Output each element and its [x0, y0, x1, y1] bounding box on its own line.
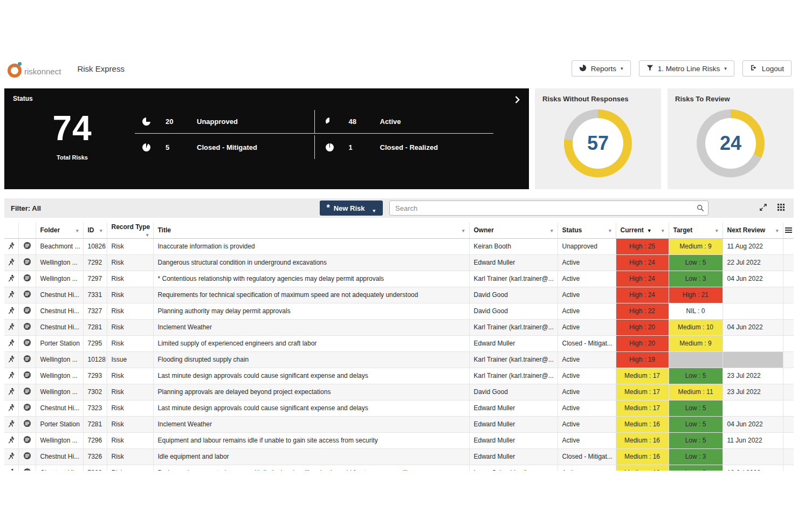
cell-current: Medium : 16 [616, 465, 669, 471]
table-row[interactable]: Beachmont ...10826RiskInaccurate informa… [4, 238, 794, 254]
donut-hole: 57 [573, 118, 623, 169]
table-row[interactable]: Chestnut Hi...7331RiskRequirements for t… [4, 287, 794, 303]
cell-next-review [723, 303, 783, 319]
status-breakdown-item[interactable]: 1Closed - Realized [314, 135, 494, 159]
chevron-down-icon: ▾ [776, 228, 779, 233]
row-menu-column [783, 287, 794, 303]
runner-icon[interactable] [4, 254, 18, 271]
new-risk-button[interactable]: * New Risk ▾ [320, 201, 383, 216]
notes-icon[interactable] [18, 368, 36, 384]
table-row[interactable]: Wellington ...7302RiskPlanning approvals… [4, 384, 794, 400]
table-row[interactable]: Wellington ...7292RiskDangerous structur… [4, 254, 794, 271]
cell-id: 7302 [83, 384, 107, 400]
search-input[interactable] [389, 201, 708, 216]
status-breakdown-item[interactable]: 5Closed - Mitigated [135, 135, 314, 159]
cell-current: High : 19 [616, 351, 669, 368]
runner-icon[interactable] [4, 319, 18, 335]
notes-icon[interactable] [18, 254, 36, 271]
notes-icon[interactable] [18, 465, 36, 471]
view-selector-button[interactable]: 1. Metro Line Risks ▾ [639, 60, 734, 77]
summary-panels: Status 74 Total Risks 20Unapproved48Acti… [4, 88, 794, 189]
filter-bar: Filter: All * New Risk ▾ [4, 198, 794, 218]
header-record-type[interactable]: Record Type▾ [107, 223, 153, 238]
chevron-down-icon: ▾ [621, 66, 623, 71]
table-row[interactable]: Wellington ...7297Risk* Contentious rela… [4, 271, 794, 287]
notes-icon[interactable] [18, 416, 36, 432]
runner-icon[interactable] [4, 287, 18, 303]
header-current[interactable]: Current▼▾ [616, 223, 669, 238]
risk-table-body: Beachmont ...10826RiskInaccurate informa… [4, 238, 794, 471]
header-folder[interactable]: Folder▾ [36, 223, 83, 238]
runner-icon[interactable] [4, 448, 18, 465]
runner-icon[interactable] [4, 238, 18, 254]
runner-icon[interactable] [4, 400, 18, 416]
table-row[interactable]: Wellington ...10128IssueFlooding disrupt… [4, 351, 794, 368]
header-next-review[interactable]: Next Review▾ [723, 223, 783, 238]
notes-icon[interactable] [18, 238, 36, 254]
notes-icon[interactable] [18, 400, 36, 416]
cell-target: Medium : 10 [669, 319, 723, 335]
runner-icon[interactable] [4, 416, 18, 432]
table-row[interactable]: Porter Station7295RiskLimited supply of … [4, 335, 794, 351]
search-icon[interactable] [697, 204, 704, 214]
cell-target: Low : 3 [669, 271, 723, 287]
status-expand-chevron[interactable] [514, 95, 521, 106]
cell-status: Closed - Mitigat... [558, 335, 616, 351]
table-menu-button[interactable] [783, 223, 794, 238]
cell-owner: Edward Muller [469, 400, 558, 416]
cell-title: * Contentious relationship with regulato… [153, 271, 469, 287]
runner-icon[interactable] [4, 351, 18, 368]
table-row[interactable]: Chestnut Hi...7326RiskIdle equipment and… [4, 448, 794, 465]
header-owner[interactable]: Owner▾ [469, 223, 558, 238]
runner-icon[interactable] [4, 335, 18, 351]
runner-icon[interactable] [4, 384, 18, 400]
card-title: Risks Without Responses [542, 95, 653, 103]
cell-record-type: Risk [107, 254, 153, 271]
cell-target [669, 351, 723, 368]
cell-current: Medium : 17 [616, 400, 669, 416]
runner-icon[interactable] [4, 465, 18, 471]
status-breakdown-item[interactable]: 48Active [314, 110, 494, 134]
notes-icon[interactable] [18, 448, 36, 465]
table-row[interactable]: Wellington ...7293RiskLast minute design… [4, 368, 794, 384]
table-row[interactable]: Porter Station7281RiskInclement WeatherE… [4, 416, 794, 432]
cell-owner: David Good [469, 384, 558, 400]
runner-icon[interactable] [4, 432, 18, 448]
table-row[interactable]: Wellington ...7296RiskEquipment and labo… [4, 432, 794, 448]
row-menu-column [783, 465, 794, 471]
runner-icon[interactable] [4, 303, 18, 319]
expand-icon[interactable] [758, 202, 768, 214]
header-title[interactable]: Title▾ [153, 223, 469, 238]
status-breakdown-item[interactable]: 20Unapproved [135, 110, 314, 134]
page-title: Risk Express [77, 64, 125, 73]
cell-folder: Chestnut Hi... [36, 465, 83, 471]
cell-current: Medium : 17 [616, 384, 669, 400]
cell-target: Low : 5 [669, 368, 723, 384]
logout-button[interactable]: Logout [742, 60, 792, 77]
reports-label: Reports [591, 65, 616, 73]
reports-button[interactable]: Reports ▾ [572, 60, 631, 77]
notes-icon[interactable] [18, 319, 36, 335]
notes-icon[interactable] [18, 287, 36, 303]
notes-icon[interactable] [18, 271, 36, 287]
header-id[interactable]: ID▾ [83, 223, 107, 238]
header-status[interactable]: Status▾ [558, 223, 616, 238]
cell-next-review [723, 287, 783, 303]
table-row[interactable]: Chestnut Hi...7323RiskLast minute design… [4, 400, 794, 416]
runner-icon[interactable] [4, 368, 18, 384]
grid-view-icon[interactable] [776, 202, 786, 214]
table-row[interactable]: Chestnut Hi...7281RiskInclement WeatherK… [4, 319, 794, 335]
notes-icon[interactable] [18, 303, 36, 319]
notes-icon[interactable] [18, 351, 36, 368]
notes-icon[interactable] [18, 384, 36, 400]
header-target[interactable]: Target▾ [669, 223, 723, 238]
runner-icon[interactable] [4, 271, 18, 287]
row-menu-column [783, 448, 794, 465]
cell-current: Medium : 16 [616, 416, 669, 432]
pie-chart-icon [579, 64, 587, 73]
notes-icon[interactable] [18, 432, 36, 448]
table-row[interactable]: Chestnut Hi...7327RiskPlanning authority… [4, 303, 794, 319]
table-row[interactable]: Chestnut Hi...7320RiskBoring under excav… [4, 465, 794, 471]
notes-icon[interactable] [18, 335, 36, 351]
logo-dot-icon [13, 65, 16, 67]
